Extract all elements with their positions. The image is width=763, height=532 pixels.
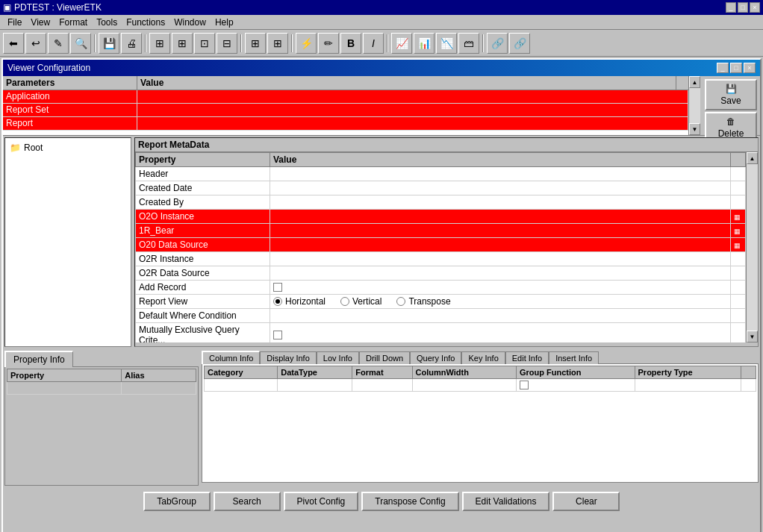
tab-display-info[interactable]: Display Info: [260, 351, 316, 364]
meta-row-header[interactable]: Header: [136, 167, 746, 181]
toolbar-btn3[interactable]: ⊡: [194, 33, 215, 54]
menu-view[interactable]: View: [26, 16, 54, 29]
toolbar-chart4[interactable]: 🗃: [458, 33, 479, 54]
maximize-button[interactable]: □: [738, 2, 748, 13]
tab-insert-info[interactable]: Insert Info: [549, 351, 599, 364]
meta-row-o2r-instance[interactable]: O2R Instance: [136, 252, 746, 266]
menu-window[interactable]: Window: [169, 16, 211, 29]
o2oinstance-edit-icon[interactable]: ▦: [734, 213, 741, 221]
save-button[interactable]: 💾 Save: [705, 79, 757, 110]
meta-cell-o2rdatasource-val[interactable]: [270, 266, 731, 281]
toolbar-print[interactable]: 🖨: [121, 33, 142, 54]
tab-lov-info[interactable]: Lov Info: [317, 351, 359, 364]
tab-edit-info[interactable]: Edit Info: [505, 351, 549, 364]
radio-transpose-btn[interactable]: [396, 297, 405, 306]
params-row-report[interactable]: Report: [3, 117, 688, 131]
win-minimize[interactable]: _: [717, 63, 729, 73]
toolbar-undo[interactable]: ↩: [25, 33, 46, 54]
meta-row-add-record[interactable]: Add Record: [136, 281, 746, 295]
property-info-table: Property Alias: [7, 369, 196, 395]
toolbar-btn6[interactable]: ⊞: [267, 33, 288, 54]
toolbar-chart3[interactable]: 📉: [436, 33, 457, 54]
toolbar-bold[interactable]: B: [340, 33, 361, 54]
search-button[interactable]: Search: [214, 492, 281, 511]
toolbar-pencil[interactable]: ✏: [318, 33, 339, 54]
edit-validations-button[interactable]: Edit Validations: [462, 492, 550, 511]
meta-row-1rbear[interactable]: 1R_Bear ▦: [136, 224, 746, 238]
minimize-button[interactable]: _: [726, 2, 736, 13]
meta-row-o2r-datasource[interactable]: O2R Data Source: [136, 266, 746, 281]
win-close[interactable]: ×: [744, 63, 756, 73]
meta-row-report-view[interactable]: Report View Horizontal: [136, 295, 746, 309]
clear-button[interactable]: Clear: [552, 492, 620, 511]
menu-format[interactable]: Format: [54, 16, 92, 29]
meta-row-o20-datasource[interactable]: O20 Data Source ▦: [136, 238, 746, 252]
tab-drill-down[interactable]: Drill Down: [359, 351, 410, 364]
meta-row-o2o-instance[interactable]: O2O Instance ▦: [136, 210, 746, 224]
transpose-config-button[interactable]: Transpose Config: [361, 492, 458, 511]
toolbar-save[interactable]: 💾: [99, 33, 119, 54]
tab-query-info[interactable]: Query Info: [410, 351, 461, 364]
meta-row-mutually-exclusive[interactable]: Mutually Exclusive Query Crite...: [136, 323, 746, 343]
menu-functions[interactable]: Functions: [122, 16, 169, 29]
meta-cell-1rbear-val[interactable]: [270, 224, 731, 238]
meta-cell-createdby-val[interactable]: [270, 195, 731, 210]
toolbar-lightning[interactable]: ⚡: [296, 33, 317, 54]
pivot-config-button[interactable]: Pivot Config: [284, 492, 359, 511]
params-scroll-up[interactable]: ▲: [689, 76, 700, 88]
menu-help[interactable]: Help: [211, 16, 238, 29]
toolbar-edit[interactable]: ✎: [48, 33, 69, 54]
radio-vertical-btn[interactable]: [340, 297, 349, 306]
meta-cell-o2oinstance-val[interactable]: [270, 210, 731, 224]
1rbear-edit-icon[interactable]: ▦: [734, 228, 741, 235]
toolbar-search[interactable]: 🔍: [70, 33, 91, 54]
params-cell-application-value[interactable]: [137, 90, 688, 104]
tab-column-info[interactable]: Column Info: [202, 351, 260, 364]
radio-horizontal[interactable]: Horizontal: [273, 296, 326, 307]
meta-cell-addrecord-val[interactable]: [270, 281, 731, 295]
toolbar-btn1[interactable]: ⊞: [149, 33, 170, 54]
radio-vertical[interactable]: Vertical: [340, 296, 382, 307]
add-record-checkbox[interactable]: [273, 283, 282, 292]
toolbar-back[interactable]: ⬅: [3, 33, 24, 54]
params-scroll-dn[interactable]: ▼: [689, 123, 700, 135]
meta-cell-o20datasource-val[interactable]: [270, 238, 731, 252]
toolbar-btn5[interactable]: ⊞: [245, 33, 266, 54]
meta-row-default-where[interactable]: Default Where Condition: [136, 309, 746, 323]
meta-cell-mutuallyexclusive-val[interactable]: [270, 323, 731, 343]
meta-row-created-by[interactable]: Created By: [136, 195, 746, 210]
toolbar-chart1[interactable]: 📈: [391, 33, 412, 54]
tabgroup-button[interactable]: TabGroup: [143, 492, 211, 511]
menu-file[interactable]: File: [3, 16, 26, 29]
group-function-checkbox[interactable]: [520, 381, 529, 389]
tab-key-info[interactable]: Key Info: [461, 351, 505, 364]
meta-cell-o2rinstance-val[interactable]: [270, 252, 731, 266]
params-row-reportset[interactable]: Report Set: [3, 104, 688, 117]
params-cell-report-value[interactable]: [137, 117, 688, 131]
toolbar-link1[interactable]: 🔗: [487, 33, 508, 54]
win-restore[interactable]: □: [730, 63, 742, 73]
radio-horizontal-btn[interactable]: [273, 297, 282, 306]
mutually-exclusive-checkbox[interactable]: [273, 331, 282, 339]
params-row-application[interactable]: Application: [3, 90, 688, 104]
meta-scroll-up[interactable]: ▲: [747, 152, 758, 164]
meta-cell-header-val[interactable]: [270, 167, 731, 181]
tree-item-root[interactable]: 📁 Root: [8, 141, 128, 154]
meta-row-created-date[interactable]: Created Date: [136, 181, 746, 195]
radio-transpose[interactable]: Transpose: [396, 296, 450, 307]
tab-property-info[interactable]: Property Info: [4, 351, 73, 367]
meta-cell-createddate-val[interactable]: [270, 181, 731, 195]
toolbar-btn4[interactable]: ⊟: [217, 33, 237, 54]
toolbar-link2[interactable]: 🔗: [509, 33, 530, 54]
params-cell-reportset-value[interactable]: [137, 104, 688, 117]
toolbar-btn2[interactable]: ⊞: [172, 33, 193, 54]
meta-cell-reportview-val[interactable]: Horizontal Vertical Transp: [270, 295, 731, 309]
close-button[interactable]: ×: [750, 2, 760, 13]
meta-cell-defaultwhere-val[interactable]: [270, 309, 731, 323]
menu-tools[interactable]: Tools: [92, 16, 122, 29]
toolbar-italic[interactable]: I: [363, 33, 384, 54]
toolbar-chart2[interactable]: 📊: [414, 33, 435, 54]
o20datasource-edit-icon[interactable]: ▦: [734, 242, 741, 249]
meta-scroll-dn[interactable]: ▼: [747, 331, 758, 342]
col-cell-e1e[interactable]: [516, 379, 635, 392]
